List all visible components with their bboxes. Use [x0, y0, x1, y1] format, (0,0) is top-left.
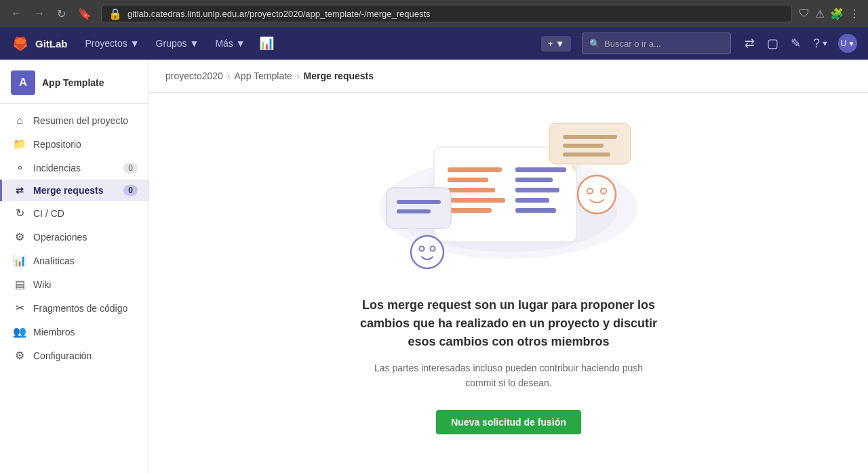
nav-proyectos[interactable]: Proyectos ▼	[79, 34, 146, 53]
sidebar-item-analiticas[interactable]: 📊 Analíticas	[0, 249, 149, 272]
sidebar-item-configuracion[interactable]: ⚙ Configuración	[0, 344, 149, 367]
new-merge-request-button[interactable]: Nueva solicitud de fusión	[436, 410, 581, 434]
project-initial: A	[19, 77, 27, 89]
svg-rect-3	[448, 167, 502, 172]
user-avatar[interactable]: U ▼	[838, 34, 857, 53]
avatar-arrow: ▼	[848, 40, 854, 47]
project-name[interactable]: App Template	[42, 77, 104, 88]
sidebar-item-incidencias[interactable]: ⚬ Incidencias 0	[0, 156, 149, 180]
svg-rect-5	[448, 188, 495, 192]
merge-requests-illustration	[366, 113, 651, 269]
sidebar-item-merge-requests[interactable]: ⇄ Merge requests 0	[0, 180, 149, 201]
svg-point-18	[578, 176, 616, 213]
browser-chrome: ← → ↻ 🔖 🔒 gitlab.catedras.linti.unlp.edu…	[0, 0, 868, 27]
svg-rect-7	[515, 178, 553, 182]
resumen-icon: ⌂	[13, 115, 26, 127]
sidebar-item-miembros[interactable]: 👥 Miembros	[0, 320, 149, 344]
todo-icon[interactable]: ▢	[764, 33, 781, 54]
new-button[interactable]: + ▼	[541, 36, 571, 52]
nav-mas-label: Más	[215, 38, 233, 49]
forward-button[interactable]: →	[31, 5, 47, 22]
browser-actions: 🛡 ⚠ 🧩 ⋮	[799, 7, 860, 20]
nav-grupos-arrow: ▼	[190, 38, 199, 49]
merge-requests-badge: 0	[123, 185, 138, 196]
search-bar[interactable]: 🔍 Buscar o ir a...	[582, 33, 731, 54]
merge-requests-label: Merge requests	[33, 185, 117, 196]
svg-rect-22	[397, 200, 441, 204]
nav-mas[interactable]: Más ▼	[208, 34, 252, 53]
url-text: gitlab.catedras.linti.unlp.edu.ar/proyec…	[127, 9, 785, 19]
svg-rect-8	[515, 188, 559, 192]
sidebar-item-cicd[interactable]: ↻ CI / CD	[0, 201, 149, 225]
breadcrumb-current: Merge requests	[304, 70, 374, 81]
breadcrumb-sep-1: ›	[227, 70, 231, 81]
svg-rect-21	[387, 188, 451, 228]
brand-label: GitLab	[35, 38, 68, 49]
svg-rect-15	[563, 144, 604, 148]
nav-proyectos-label: Proyectos	[85, 38, 127, 49]
breadcrumb-sep-2: ›	[296, 70, 300, 81]
content-area: proyecto2020 › App Template › Merge requ…	[149, 60, 868, 473]
reload-button[interactable]: ↻	[54, 5, 68, 23]
extensions-icon[interactable]: 🧩	[830, 7, 844, 20]
miembros-label: Miembros	[33, 327, 138, 337]
activity-icon[interactable]: 📊	[255, 32, 278, 55]
main-layout: A App Template ⌂ Resumen del proyecto 📁 …	[0, 60, 868, 473]
svg-rect-9	[515, 198, 549, 203]
empty-state-description: Las partes interesadas incluso pueden co…	[359, 361, 658, 391]
warning-icon: ⚠	[815, 7, 825, 20]
sidebar-item-operaciones[interactable]: ⚙ Operaciones	[0, 225, 149, 249]
sidebar-item-resumen[interactable]: ⌂ Resumen del proyecto	[0, 109, 149, 132]
nav-mas-arrow: ▼	[236, 38, 245, 49]
edit-icon[interactable]: ✎	[788, 33, 804, 54]
plus-icon: +	[548, 39, 553, 49]
nav-grupos[interactable]: Grupos ▼	[149, 34, 206, 53]
help-button[interactable]: ? ▼	[810, 34, 831, 54]
merge-requests-icon: ⇄	[13, 185, 26, 196]
svg-rect-10	[515, 208, 556, 213]
sidebar-item-repositorio[interactable]: 📁 Repositorio	[0, 132, 149, 156]
nav-menu: Proyectos ▼ Grupos ▼ Más ▼ 📊	[79, 32, 278, 55]
configuracion-label: Configuración	[33, 350, 138, 361]
sidebar-item-wiki[interactable]: ▤ Wiki	[0, 272, 149, 296]
sidebar-nav: ⌂ Resumen del proyecto 📁 Repositorio ⚬ I…	[0, 104, 149, 373]
wiki-label: Wiki	[33, 279, 138, 290]
svg-rect-16	[563, 152, 610, 157]
incidencias-label: Incidencias	[33, 163, 117, 173]
svg-rect-6	[515, 167, 566, 172]
sidebar: A App Template ⌂ Resumen del proyecto 📁 …	[0, 60, 149, 473]
cicd-label: CI / CD	[33, 208, 138, 219]
sidebar-item-fragmentos[interactable]: ✂ Fragmentos de código	[0, 296, 149, 320]
breadcrumb-project[interactable]: proyecto2020	[165, 70, 223, 81]
security-icon: 🔒	[108, 7, 122, 20]
breadcrumb-repo[interactable]: App Template	[235, 70, 292, 81]
project-avatar: A	[11, 70, 35, 95]
search-placeholder: Buscar o ir a...	[604, 39, 661, 49]
analiticas-label: Analíticas	[33, 255, 138, 266]
incidencias-badge: 0	[123, 163, 138, 173]
svg-rect-23	[397, 209, 431, 213]
empty-state-title: Los merge request son un lugar para prop…	[346, 296, 671, 351]
user-initials: U	[841, 39, 847, 48]
nav-proyectos-arrow: ▼	[130, 38, 140, 49]
nav-grupos-label: Grupos	[156, 38, 187, 49]
gitlab-logo[interactable]: GitLab	[11, 34, 68, 53]
svg-rect-11	[448, 198, 505, 203]
back-button[interactable]: ←	[8, 5, 24, 22]
svg-point-25	[411, 236, 443, 268]
address-bar[interactable]: 🔒 gitlab.catedras.linti.unlp.edu.ar/proy…	[101, 5, 792, 22]
menu-icon[interactable]: ⋮	[849, 7, 860, 20]
svg-rect-12	[448, 208, 492, 213]
shield-icon: 🛡	[799, 7, 810, 20]
breadcrumb: proyecto2020 › App Template › Merge requ…	[149, 60, 868, 93]
repositorio-label: Repositorio	[33, 139, 138, 150]
bookmark-button[interactable]: 🔖	[75, 5, 94, 23]
incidencias-icon: ⚬	[13, 161, 26, 174]
miembros-icon: 👥	[13, 325, 26, 338]
merge-request-icon[interactable]: ⇄	[742, 33, 757, 54]
analiticas-icon: 📊	[13, 254, 26, 267]
resumen-label: Resumen del proyecto	[33, 115, 138, 126]
wiki-icon: ▤	[13, 278, 26, 291]
repositorio-icon: 📁	[13, 138, 26, 150]
navbar-right-icons: ⇄ ▢ ✎ ? ▼ U ▼	[742, 33, 857, 54]
